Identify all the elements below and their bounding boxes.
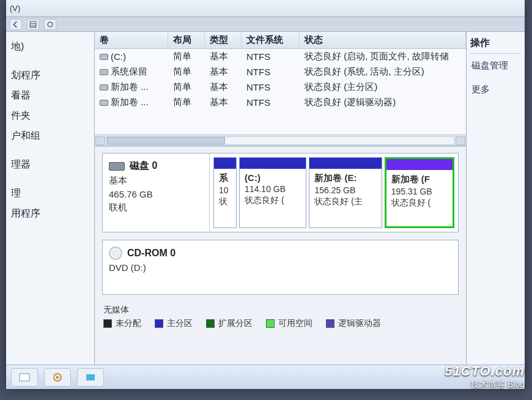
partition-C[interactable]: (C:)114.10 GB状态良好 (: [239, 157, 306, 228]
table-row[interactable]: 系统保留简单基本NTFS状态良好 (系统, 活动, 主分区): [95, 64, 466, 80]
table-row[interactable]: 新加卷 ...简单基本NTFS状态良好 (主分区): [95, 80, 466, 95]
scroll-track[interactable]: [106, 136, 454, 145]
actions-pane: 操作 磁盘管理 更多: [467, 32, 525, 365]
partition-stripe: [240, 158, 306, 169]
table-body: (C:)简单基本NTFS状态良好 (启动, 页面文件, 故障转储系统保留简单基本…: [95, 49, 466, 135]
volume-icon: [100, 100, 108, 106]
col-type[interactable]: 类型: [205, 32, 242, 48]
sidebar-item[interactable]: 理: [10, 183, 91, 204]
disk-0-info[interactable]: 磁盘 0 基本 465.76 GB 联机: [103, 154, 210, 232]
icon-toolbar: [6, 17, 525, 32]
scroll-left-arrow[interactable]: [95, 136, 105, 145]
swatch-logical: [326, 319, 334, 328]
swatch-extended: [206, 319, 215, 328]
volume-icon: [100, 54, 108, 60]
legend-row: 未分配 主分区 扩展分区 可用空间 逻辑驱动器: [102, 316, 459, 329]
disk-0-block: 磁盘 0 基本 465.76 GB 联机 系10状(C:)114.10 GB状态…: [102, 153, 459, 232]
sidebar-item[interactable]: 户和组: [10, 126, 91, 146]
taskbar-button-1[interactable]: [11, 368, 38, 387]
actions-disk-mgmt[interactable]: 磁盘管理: [470, 54, 521, 78]
partition-stripe: [386, 159, 453, 170]
sidebar-item[interactable]: 用程序: [10, 204, 91, 224]
graphical-view: 磁盘 0 基本 465.76 GB 联机 系10状(C:)114.10 GB状态…: [95, 146, 466, 365]
swatch-unallocated: [103, 319, 112, 328]
actions-title: 操作: [470, 37, 521, 54]
sidebar-item[interactable]: 看器: [10, 86, 91, 106]
swatch-primary: [155, 319, 163, 328]
sidebar-item[interactable]: 地): [10, 37, 91, 57]
refresh-button[interactable]: [44, 19, 56, 30]
scroll-right-arrow[interactable]: [456, 136, 465, 145]
taskbar-button-2[interactable]: [44, 368, 71, 387]
taskbar-button-3[interactable]: [77, 368, 104, 387]
menu-bar: (V): [6, 0, 525, 17]
volume-icon: [100, 84, 108, 91]
table-row[interactable]: (C:)简单基本NTFS状态良好 (启动, 页面文件, 故障转储: [95, 49, 466, 64]
partition-stripe: [309, 158, 381, 169]
partition-E[interactable]: 新加卷 (E:156.25 GB状态良好 (主: [309, 157, 382, 228]
partition-stripe: [214, 158, 236, 169]
scroll-thumb[interactable]: [107, 137, 225, 144]
legend: 无媒体: [102, 302, 459, 316]
horizontal-scrollbar[interactable]: [95, 135, 466, 146]
partition-[interactable]: 系10状: [213, 157, 237, 228]
cd-icon: [109, 246, 122, 260]
col-volume[interactable]: 卷: [95, 32, 168, 48]
nav-tree: 地) 划程序 看器 件夹 户和组 理器 理 用程序: [6, 32, 95, 365]
taskbar: [6, 365, 525, 389]
col-layout[interactable]: 布局: [168, 32, 205, 48]
menu-view[interactable]: (V): [10, 4, 20, 13]
swatch-free: [266, 319, 275, 328]
actions-more[interactable]: 更多: [470, 78, 521, 102]
partition-F[interactable]: 新加卷 (F195.31 GB状态良好 (: [385, 157, 454, 228]
sidebar-item[interactable]: 件夹: [10, 106, 91, 126]
sidebar-item[interactable]: 理器: [10, 155, 91, 175]
svg-rect-0: [30, 21, 36, 28]
disk-icon: [109, 162, 125, 171]
list-view-button[interactable]: [27, 19, 39, 30]
cdrom-info[interactable]: CD-ROM 0 DVD (D:): [103, 240, 458, 294]
svg-rect-6: [86, 374, 95, 380]
no-media-label: 无媒体: [103, 305, 129, 316]
svg-rect-4: [20, 374, 29, 381]
disk-management-window: (V) 地) 划程序 看器 件夹 户和组 理器: [6, 0, 525, 389]
volume-table: 卷 布局 类型 文件系统 状态 (C:)简单基本NTFS状态良好 (启动, 页面…: [95, 32, 466, 146]
volume-icon: [100, 69, 108, 75]
back-button[interactable]: [10, 19, 22, 30]
table-header: 卷 布局 类型 文件系统 状态: [95, 32, 466, 49]
cdrom-block: CD-ROM 0 DVD (D:): [102, 240, 459, 295]
table-row[interactable]: 新加卷 ...简单基本NTFS状态良好 (逻辑驱动器): [95, 95, 466, 110]
col-status[interactable]: 状态: [300, 32, 466, 48]
sidebar-item[interactable]: 划程序: [10, 65, 91, 86]
col-filesystem[interactable]: 文件系统: [242, 32, 300, 48]
